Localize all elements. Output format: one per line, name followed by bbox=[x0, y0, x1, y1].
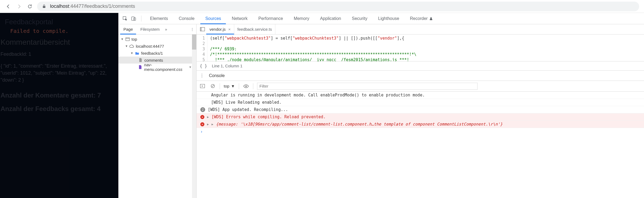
tree-label: comments bbox=[144, 58, 163, 62]
svg-rect-0 bbox=[43, 6, 45, 8]
svg-point-11 bbox=[245, 85, 247, 87]
file-tab-vendor[interactable]: vendor.js × bbox=[206, 24, 234, 34]
forward-button[interactable] bbox=[16, 3, 23, 10]
toggle-navigator-icon[interactable] bbox=[199, 27, 206, 31]
console-sidebar-toggle-icon[interactable] bbox=[199, 83, 206, 89]
chevron-right-icon: › bbox=[200, 129, 203, 134]
chevron-down-icon: ▼ bbox=[231, 84, 235, 88]
tree-scrollbar-thumb[interactable] bbox=[192, 34, 196, 50]
tree-scrollbar[interactable] bbox=[192, 34, 196, 198]
tab-security[interactable]: Security bbox=[347, 13, 372, 24]
console-drawer-header: ⋮ Console bbox=[197, 71, 644, 81]
console-filter[interactable] bbox=[257, 83, 478, 90]
svg-rect-7 bbox=[200, 27, 202, 31]
device-toolbar-icon[interactable] bbox=[130, 15, 137, 22]
back-button[interactable] bbox=[5, 3, 12, 10]
code-content: (self["webpackChunktest3"] = self["webpa… bbox=[207, 34, 644, 61]
tab-performance[interactable]: Performance bbox=[254, 13, 288, 24]
browser-toolbar: localhost:44477/feedbacks/1/comments bbox=[0, 0, 644, 13]
line-gutter: 12345 bbox=[197, 34, 207, 61]
nav-menu-icon[interactable]: ⋮ bbox=[190, 27, 194, 32]
file-tree[interactable]: ▼ top ▼ localhost:44477 ▼ feedbacks/1 bbox=[119, 34, 196, 198]
console-filter-input[interactable] bbox=[257, 83, 478, 90]
inspect-element-icon[interactable] bbox=[121, 15, 129, 22]
live-expression-icon[interactable] bbox=[243, 83, 249, 89]
address-bar[interactable]: localhost:44477/feedbacks/1/comments bbox=[37, 2, 639, 11]
console-output[interactable]: Angular is running in development mode. … bbox=[197, 92, 644, 198]
tab-recorder[interactable]: Recorder bbox=[405, 13, 438, 24]
devtools-tabstrip: Elements Console Sources Network Perform… bbox=[119, 13, 644, 24]
log-row: 2 [WDS] App updated. Recompiling... bbox=[197, 106, 644, 113]
cursor-position: Line 1, Column 1 bbox=[212, 64, 242, 68]
page-viewport: Feedbackportal Failed to compile. Kommen… bbox=[0, 13, 118, 198]
tree-host[interactable]: ▼ localhost:44477 bbox=[119, 43, 196, 50]
svg-rect-4 bbox=[126, 37, 129, 40]
expand-caret-icon[interactable]: ▶ bbox=[207, 115, 209, 119]
editor-footer: { } Line 1, Column 1 bbox=[197, 61, 644, 71]
close-icon[interactable]: × bbox=[228, 27, 231, 32]
tree-label: localhost:44477 bbox=[136, 44, 164, 48]
console-toolbar: top ▼ bbox=[197, 81, 644, 92]
context-selector[interactable]: top ▼ bbox=[224, 84, 235, 88]
sources-navigator: Page Filesystem » ⋮ ▼ top ▼ localhost:44… bbox=[119, 24, 197, 198]
error-icon: ✕ bbox=[200, 122, 204, 126]
expand-caret-icon[interactable]: ▶ bbox=[212, 123, 214, 126]
tree-label: top bbox=[131, 37, 137, 41]
cloud-icon bbox=[129, 44, 134, 48]
tree-label: feedbacks/1 bbox=[141, 51, 163, 55]
tab-network[interactable]: Network bbox=[227, 13, 252, 24]
tree-label: nav-menu.component.css bbox=[144, 62, 187, 72]
nav-tab-page[interactable]: Page bbox=[120, 24, 136, 34]
log-row-error[interactable]: ✕ ▶ [WDS] Errors while compiling. Reload… bbox=[197, 113, 644, 121]
window-icon bbox=[125, 37, 130, 41]
error-overlay bbox=[0, 13, 118, 198]
tab-application[interactable]: Application bbox=[315, 13, 346, 24]
lock-icon bbox=[42, 4, 46, 9]
folder-icon bbox=[135, 51, 140, 55]
tab-memory[interactable]: Memory bbox=[289, 13, 314, 24]
tab-sources[interactable]: Sources bbox=[200, 13, 226, 24]
repeat-count-badge: 2 bbox=[200, 107, 205, 112]
devtools-panel: Elements Console Sources Network Perform… bbox=[118, 13, 644, 198]
log-row: [WDS] Live Reloading enabled. bbox=[197, 99, 644, 106]
svg-line-10 bbox=[212, 85, 214, 87]
reload-button[interactable] bbox=[26, 3, 33, 10]
css-file-icon bbox=[138, 65, 143, 70]
console-menu-icon[interactable]: ⋮ bbox=[200, 73, 204, 78]
pretty-print-icon[interactable]: { } bbox=[200, 64, 207, 68]
document-icon bbox=[138, 58, 143, 62]
flask-icon bbox=[429, 17, 433, 20]
tab-lighthouse[interactable]: Lighthouse bbox=[373, 13, 404, 24]
tab-elements[interactable]: Elements bbox=[145, 13, 173, 24]
tree-file-css[interactable]: nav-menu.component.css ▼ bbox=[119, 64, 196, 71]
expand-caret-icon[interactable]: ▶ bbox=[207, 123, 209, 126]
tree-top[interactable]: ▼ top bbox=[119, 36, 196, 43]
nav-tab-filesystem[interactable]: Filesystem bbox=[137, 24, 163, 34]
url-text: localhost:44477/feedbacks/1/comments bbox=[50, 4, 135, 9]
log-row: Angular is running in development mode. … bbox=[197, 92, 644, 99]
nav-tab-overflow[interactable]: » bbox=[165, 27, 167, 32]
error-icon: ✕ bbox=[200, 115, 204, 119]
code-editor[interactable]: 12345 (self["webpackChunktest3"] = self[… bbox=[197, 34, 644, 61]
tree-folder[interactable]: ▼ feedbacks/1 bbox=[119, 50, 196, 57]
console-prompt[interactable]: › bbox=[197, 128, 644, 135]
console-drawer-label[interactable]: Console bbox=[209, 73, 225, 78]
clear-console-icon[interactable] bbox=[209, 83, 216, 89]
file-tab-feedback-service[interactable]: feedback.service.ts bbox=[234, 24, 275, 34]
editor-tabstrip: vendor.js × feedback.service.ts bbox=[197, 24, 644, 34]
log-row-error[interactable]: ✕ ▶ ▶ {message: '\x1B[96msrc/app/comment… bbox=[197, 121, 644, 128]
tab-console[interactable]: Console bbox=[174, 13, 200, 24]
